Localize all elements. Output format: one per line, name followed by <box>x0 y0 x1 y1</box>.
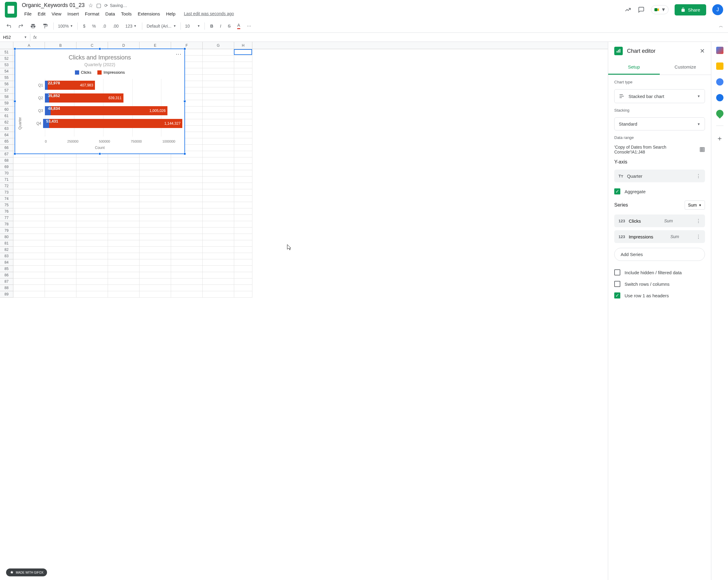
cell[interactable] <box>203 215 234 221</box>
cell[interactable] <box>45 221 76 228</box>
cell[interactable] <box>203 170 234 177</box>
cell[interactable] <box>139 259 171 266</box>
use-row1-checkbox[interactable]: ✓ <box>614 292 620 298</box>
cell[interactable] <box>14 291 45 297</box>
cell[interactable] <box>203 138 234 145</box>
cell[interactable] <box>108 189 139 196</box>
cell[interactable] <box>203 100 234 106</box>
cell[interactable] <box>234 119 252 126</box>
cell[interactable] <box>234 94 252 100</box>
cell[interactable] <box>203 119 234 126</box>
cell[interactable] <box>171 221 203 228</box>
cell[interactable] <box>203 106 234 113</box>
strikethrough-button[interactable]: S <box>227 22 232 30</box>
cell[interactable] <box>139 221 171 228</box>
cell[interactable] <box>171 228 203 234</box>
cell[interactable] <box>203 253 234 259</box>
star-icon[interactable]: ☆ <box>88 2 93 9</box>
row-header[interactable]: 62 <box>0 119 14 126</box>
cell[interactable] <box>76 259 108 266</box>
doc-title[interactable]: Organic_Keywords 01_23 <box>22 2 85 8</box>
row-header[interactable]: 85 <box>0 266 14 272</box>
cell[interactable] <box>203 228 234 234</box>
cell[interactable] <box>76 285 108 291</box>
cell[interactable] <box>171 164 203 170</box>
col-header-A[interactable]: A <box>14 42 45 49</box>
cell[interactable] <box>45 234 76 240</box>
sheets-logo[interactable] <box>5 2 17 18</box>
cell[interactable] <box>234 266 252 272</box>
cell[interactable] <box>108 253 139 259</box>
menu-format[interactable]: Format <box>82 10 102 18</box>
row-header[interactable]: 59 <box>0 100 14 106</box>
cell[interactable] <box>76 279 108 285</box>
cell[interactable] <box>14 164 45 170</box>
chart-menu-icon[interactable]: ⋮ <box>175 52 182 56</box>
cell[interactable] <box>203 221 234 228</box>
cell[interactable] <box>234 253 252 259</box>
cell[interactable] <box>139 272 171 279</box>
cell[interactable] <box>234 151 252 157</box>
cell[interactable] <box>171 183 203 189</box>
cell[interactable] <box>234 49 252 55</box>
name-box[interactable]: H52▼ <box>0 34 30 41</box>
row-header[interactable]: 64 <box>0 132 14 138</box>
cell[interactable] <box>76 170 108 177</box>
col-header-B[interactable]: B <box>45 42 76 49</box>
tab-customize[interactable]: Customize <box>660 60 711 75</box>
row-header[interactable]: 60 <box>0 106 14 113</box>
add-series-button[interactable]: Add Series <box>614 248 705 261</box>
cell[interactable] <box>14 240 45 247</box>
row-header[interactable]: 66 <box>0 145 14 151</box>
cell[interactable] <box>14 234 45 240</box>
cell[interactable] <box>45 208 76 215</box>
cell[interactable] <box>76 183 108 189</box>
cell[interactable] <box>203 145 234 151</box>
cell[interactable] <box>234 113 252 119</box>
cell[interactable] <box>45 259 76 266</box>
cell[interactable] <box>171 247 203 253</box>
cell[interactable] <box>139 196 171 202</box>
cell[interactable] <box>76 247 108 253</box>
row-header[interactable]: 54 <box>0 68 14 75</box>
print-button[interactable] <box>29 22 37 30</box>
cell[interactable] <box>203 279 234 285</box>
cell[interactable] <box>108 215 139 221</box>
redo-button[interactable] <box>17 22 25 30</box>
row-header[interactable]: 76 <box>0 208 14 215</box>
cell[interactable] <box>203 208 234 215</box>
row-header[interactable]: 61 <box>0 113 14 119</box>
cell[interactable] <box>234 164 252 170</box>
cell[interactable] <box>203 157 234 164</box>
col-header-C[interactable]: C <box>76 42 108 49</box>
collapse-toolbar-button[interactable]: ︿ <box>719 23 723 29</box>
cell[interactable] <box>14 279 45 285</box>
include-hidden-checkbox[interactable] <box>614 269 620 275</box>
row-header[interactable]: 83 <box>0 253 14 259</box>
cell[interactable] <box>203 240 234 247</box>
menu-view[interactable]: View <box>49 10 64 18</box>
cell[interactable] <box>203 62 234 68</box>
cell[interactable] <box>203 94 234 100</box>
cell[interactable] <box>139 291 171 297</box>
row-header[interactable]: 74 <box>0 196 14 202</box>
cell[interactable] <box>171 208 203 215</box>
cell[interactable] <box>203 259 234 266</box>
cell[interactable] <box>234 240 252 247</box>
row-header[interactable]: 72 <box>0 183 14 189</box>
menu-edit[interactable]: Edit <box>35 10 48 18</box>
cell[interactable] <box>203 291 234 297</box>
cell[interactable] <box>234 208 252 215</box>
cell[interactable] <box>139 189 171 196</box>
cell[interactable] <box>203 183 234 189</box>
cell[interactable] <box>45 272 76 279</box>
cell[interactable] <box>14 266 45 272</box>
tasks-icon[interactable] <box>716 78 724 85</box>
cell[interactable] <box>45 157 76 164</box>
cell[interactable] <box>139 170 171 177</box>
cell[interactable] <box>45 202 76 208</box>
font-size-select[interactable]: 10▼ <box>185 24 200 28</box>
cell[interactable] <box>203 272 234 279</box>
cell[interactable] <box>203 113 234 119</box>
cell[interactable] <box>139 208 171 215</box>
